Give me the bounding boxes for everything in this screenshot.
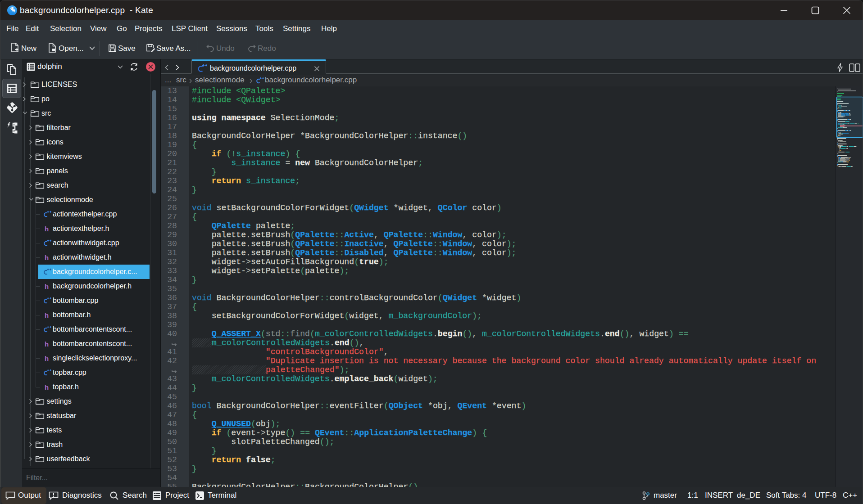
- svg-text:h: h: [45, 355, 49, 362]
- svg-text:h: h: [45, 283, 49, 290]
- svg-text:h: h: [45, 225, 49, 233]
- svg-text:h: h: [45, 311, 49, 319]
- svg-text:h: h: [45, 254, 49, 261]
- svg-text:h: h: [45, 383, 49, 391]
- svg-text:h: h: [45, 340, 49, 348]
